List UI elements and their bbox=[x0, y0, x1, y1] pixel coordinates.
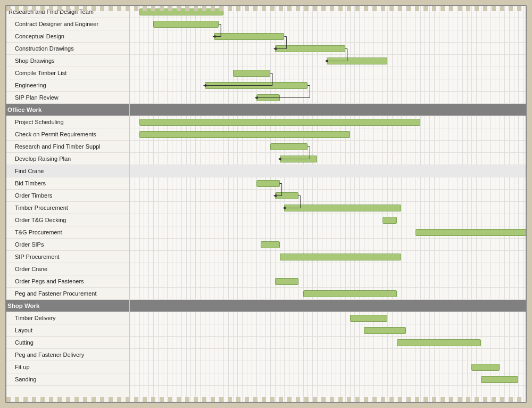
chart-row bbox=[130, 288, 526, 300]
gantt-bar bbox=[415, 229, 526, 236]
chart-row bbox=[130, 190, 526, 202]
gantt-bar bbox=[280, 254, 402, 260]
gantt-bar bbox=[303, 290, 397, 297]
task-row: Order Pegs and Fasteners bbox=[6, 275, 129, 288]
gantt-bar bbox=[270, 143, 307, 150]
chart-row bbox=[130, 30, 526, 43]
task-row: Order Crane bbox=[6, 263, 129, 275]
chart-row bbox=[130, 275, 526, 288]
chart-row bbox=[130, 300, 526, 312]
task-row: Construction Drawings bbox=[6, 43, 129, 55]
chart-row bbox=[130, 312, 526, 324]
task-row: Order SIPs bbox=[6, 239, 129, 251]
gantt-bar bbox=[275, 192, 298, 199]
chart-row bbox=[130, 128, 526, 141]
gantt-bar bbox=[471, 364, 500, 371]
gantt-bar bbox=[364, 327, 406, 334]
chart-row bbox=[130, 202, 526, 214]
gantt-bar bbox=[280, 156, 317, 162]
chart-row bbox=[130, 92, 526, 104]
gantt-bar bbox=[153, 21, 219, 28]
task-row: Order Timbers bbox=[6, 190, 129, 202]
gantt-bar bbox=[481, 376, 518, 383]
gantt-bar bbox=[139, 9, 223, 15]
gantt-bar bbox=[383, 217, 396, 224]
task-row: Compile Timber List bbox=[6, 67, 129, 79]
task-row: Order T&G Decking bbox=[6, 214, 129, 226]
task-row: Contract Designer and Engineer bbox=[6, 18, 129, 30]
chart-row bbox=[130, 6, 526, 18]
task-row: T&G Procurement bbox=[6, 226, 129, 239]
task-row: Shop Drawings bbox=[6, 55, 129, 67]
task-row: Peg and Fastener Procurement bbox=[6, 288, 129, 300]
task-row: Fit up bbox=[6, 361, 129, 373]
task-row: Shop Work bbox=[6, 300, 129, 312]
gantt-bar bbox=[139, 131, 350, 138]
chart-row bbox=[130, 165, 526, 177]
task-list: Research and Find Design TeamContract De… bbox=[6, 6, 130, 402]
task-row: Office Work bbox=[6, 104, 129, 116]
chart-row bbox=[130, 79, 526, 92]
chart-row bbox=[130, 116, 526, 128]
chart-row bbox=[130, 177, 526, 190]
chart-row bbox=[130, 55, 526, 67]
chart-row bbox=[130, 239, 526, 251]
gantt-bar bbox=[350, 315, 387, 322]
gantt-bar bbox=[233, 70, 270, 77]
chart-row bbox=[130, 349, 526, 361]
chart-row bbox=[130, 67, 526, 79]
task-row: Bid Timbers bbox=[6, 177, 129, 190]
gantt-bar bbox=[139, 119, 420, 126]
task-row: Cutting bbox=[6, 337, 129, 349]
gantt-bar bbox=[256, 180, 280, 187]
gantt-bar bbox=[284, 205, 401, 211]
task-row: Check on Permit Requirements bbox=[6, 128, 129, 141]
chart-area bbox=[130, 6, 526, 402]
gantt-bar bbox=[327, 58, 387, 64]
chart-row bbox=[130, 361, 526, 373]
gantt-bar bbox=[397, 339, 481, 346]
task-row: Develop Raising Plan bbox=[6, 153, 129, 165]
chart-row bbox=[130, 18, 526, 30]
gantt-bar bbox=[275, 278, 298, 285]
gantt-bar bbox=[256, 94, 280, 101]
task-row: Project Scheduling bbox=[6, 116, 129, 128]
chart-row bbox=[130, 373, 526, 386]
task-row: Engineering bbox=[6, 79, 129, 92]
task-row: Timber Procurement bbox=[6, 202, 129, 214]
gantt-bar bbox=[275, 45, 345, 52]
task-row: Research and Find Timber Suppl bbox=[6, 141, 129, 153]
chart-row bbox=[130, 337, 526, 349]
task-row: Layout bbox=[6, 324, 129, 337]
chart-row bbox=[130, 153, 526, 165]
chart-row bbox=[130, 251, 526, 263]
task-row: Conceptual Design bbox=[6, 30, 129, 43]
gantt-bar bbox=[214, 33, 284, 40]
task-row: Timber Delivery bbox=[6, 312, 129, 324]
chart-row bbox=[130, 226, 526, 239]
task-row: SIP Plan Review bbox=[6, 92, 129, 104]
chart-row bbox=[130, 214, 526, 226]
gantt-chart: Research and Find Design TeamContract De… bbox=[5, 5, 527, 403]
task-row: Sanding bbox=[6, 373, 129, 386]
gantt-bar bbox=[261, 241, 279, 248]
task-row: Find Crane bbox=[6, 165, 129, 177]
chart-row bbox=[130, 43, 526, 55]
gantt-bar bbox=[205, 82, 308, 89]
chart-row bbox=[130, 141, 526, 153]
task-row: Research and Find Design Team bbox=[6, 6, 129, 18]
chart-row bbox=[130, 263, 526, 275]
task-row: SIP Procurement bbox=[6, 251, 129, 263]
chart-row bbox=[130, 324, 526, 337]
chart-row bbox=[130, 104, 526, 116]
task-row: Peg and Fastener Delivery bbox=[6, 349, 129, 361]
